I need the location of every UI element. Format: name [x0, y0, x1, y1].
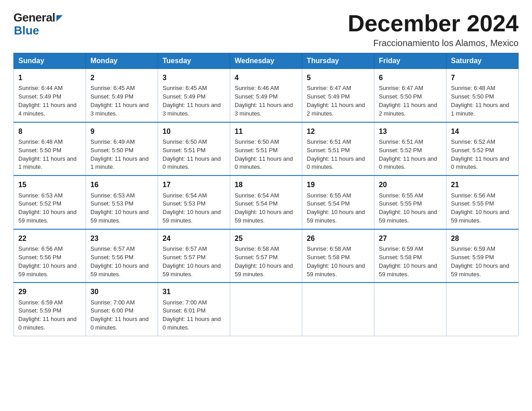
- day-number: 13: [379, 126, 442, 137]
- calendar-table: Sunday Monday Tuesday Wednesday Thursday…: [13, 53, 519, 336]
- day-number: 23: [90, 233, 153, 244]
- calendar-cell: 21Sunrise: 6:56 AMSunset: 5:55 PMDayligh…: [446, 176, 519, 229]
- calendar-cell: [302, 283, 374, 336]
- day-info: Sunrise: 6:45 AMSunset: 5:49 PMDaylight:…: [163, 85, 221, 117]
- logo: General Blue: [13, 11, 63, 38]
- calendar-cell: 6Sunrise: 6:47 AMSunset: 5:50 PMDaylight…: [374, 69, 446, 122]
- header-tuesday: Tuesday: [158, 53, 230, 69]
- header-thursday: Thursday: [302, 53, 374, 69]
- day-info: Sunrise: 6:50 AMSunset: 5:51 PMDaylight:…: [235, 138, 293, 171]
- calendar-cell: 4Sunrise: 6:46 AMSunset: 5:49 PMDaylight…: [230, 69, 302, 122]
- calendar-cell: 30Sunrise: 7:00 AMSunset: 6:00 PMDayligh…: [86, 283, 158, 336]
- day-info: Sunrise: 6:49 AMSunset: 5:50 PMDaylight:…: [90, 138, 149, 171]
- day-number: 27: [379, 233, 442, 244]
- calendar-cell: 24Sunrise: 6:57 AMSunset: 5:57 PMDayligh…: [158, 229, 230, 283]
- calendar-cell: 12Sunrise: 6:51 AMSunset: 5:51 PMDayligh…: [302, 122, 374, 176]
- calendar-cell: 23Sunrise: 6:57 AMSunset: 5:56 PMDayligh…: [86, 229, 158, 283]
- day-info: Sunrise: 6:56 AMSunset: 5:55 PMDaylight:…: [451, 192, 509, 224]
- day-number: 8: [18, 126, 81, 137]
- day-info: Sunrise: 6:48 AMSunset: 5:50 PMDaylight:…: [18, 138, 77, 171]
- calendar-cell: 20Sunrise: 6:55 AMSunset: 5:55 PMDayligh…: [374, 176, 446, 229]
- day-info: Sunrise: 6:48 AMSunset: 5:50 PMDaylight:…: [451, 85, 509, 117]
- calendar-cell: 31Sunrise: 7:00 AMSunset: 6:01 PMDayligh…: [158, 283, 230, 336]
- day-info: Sunrise: 6:46 AMSunset: 5:49 PMDaylight:…: [235, 85, 293, 117]
- day-info: Sunrise: 6:51 AMSunset: 5:52 PMDaylight:…: [379, 138, 437, 171]
- month-year-title: December 2024: [348, 11, 519, 36]
- calendar-cell: 17Sunrise: 6:54 AMSunset: 5:53 PMDayligh…: [158, 176, 230, 229]
- calendar-cell: 27Sunrise: 6:59 AMSunset: 5:58 PMDayligh…: [374, 229, 446, 283]
- day-number: 19: [307, 180, 369, 190]
- calendar-cell: 1Sunrise: 6:44 AMSunset: 5:49 PMDaylight…: [14, 69, 86, 122]
- day-number: 1: [18, 73, 81, 83]
- day-number: 20: [379, 180, 442, 190]
- calendar-header-row: Sunday Monday Tuesday Wednesday Thursday…: [14, 53, 519, 69]
- header-friday: Friday: [374, 53, 446, 69]
- day-info: Sunrise: 6:58 AMSunset: 5:58 PMDaylight:…: [307, 245, 365, 278]
- day-number: 7: [451, 73, 514, 83]
- calendar-cell: 9Sunrise: 6:49 AMSunset: 5:50 PMDaylight…: [86, 122, 158, 176]
- day-number: 3: [163, 73, 225, 83]
- day-number: 4: [235, 73, 297, 83]
- day-info: Sunrise: 6:53 AMSunset: 5:52 PMDaylight:…: [18, 192, 77, 224]
- calendar-cell: 28Sunrise: 6:59 AMSunset: 5:59 PMDayligh…: [446, 229, 519, 283]
- calendar-cell: 11Sunrise: 6:50 AMSunset: 5:51 PMDayligh…: [230, 122, 302, 176]
- calendar-cell: 22Sunrise: 6:56 AMSunset: 5:56 PMDayligh…: [14, 229, 86, 283]
- day-info: Sunrise: 6:51 AMSunset: 5:51 PMDaylight:…: [307, 138, 365, 171]
- day-info: Sunrise: 6:50 AMSunset: 5:51 PMDaylight:…: [163, 138, 221, 171]
- calendar-cell: 26Sunrise: 6:58 AMSunset: 5:58 PMDayligh…: [302, 229, 374, 283]
- calendar-cell: 3Sunrise: 6:45 AMSunset: 5:49 PMDaylight…: [158, 69, 230, 122]
- day-number: 28: [451, 233, 514, 244]
- day-number: 15: [18, 180, 81, 190]
- day-info: Sunrise: 6:56 AMSunset: 5:56 PMDaylight:…: [18, 245, 77, 278]
- day-info: Sunrise: 6:53 AMSunset: 5:53 PMDaylight:…: [90, 192, 149, 224]
- calendar-cell: 29Sunrise: 6:59 AMSunset: 5:59 PMDayligh…: [14, 283, 86, 336]
- day-number: 31: [163, 287, 225, 297]
- calendar-cell: 15Sunrise: 6:53 AMSunset: 5:52 PMDayligh…: [14, 176, 86, 229]
- calendar-cell: 13Sunrise: 6:51 AMSunset: 5:52 PMDayligh…: [374, 122, 446, 176]
- day-number: 24: [163, 233, 225, 244]
- calendar-cell: 19Sunrise: 6:55 AMSunset: 5:54 PMDayligh…: [302, 176, 374, 229]
- day-info: Sunrise: 7:00 AMSunset: 6:00 PMDaylight:…: [90, 299, 149, 331]
- header-wednesday: Wednesday: [230, 53, 302, 69]
- calendar-cell: 18Sunrise: 6:54 AMSunset: 5:54 PMDayligh…: [230, 176, 302, 229]
- day-number: 26: [307, 233, 369, 244]
- calendar-cell: 14Sunrise: 6:52 AMSunset: 5:52 PMDayligh…: [446, 122, 519, 176]
- day-number: 30: [90, 287, 153, 297]
- day-info: Sunrise: 6:59 AMSunset: 5:59 PMDaylight:…: [18, 299, 77, 331]
- day-info: Sunrise: 6:47 AMSunset: 5:49 PMDaylight:…: [307, 85, 365, 117]
- day-number: 18: [235, 180, 297, 190]
- day-number: 11: [235, 126, 297, 137]
- day-info: Sunrise: 6:55 AMSunset: 5:55 PMDaylight:…: [379, 192, 437, 224]
- day-number: 12: [307, 126, 369, 137]
- day-info: Sunrise: 6:58 AMSunset: 5:57 PMDaylight:…: [235, 245, 293, 278]
- day-number: 14: [451, 126, 514, 137]
- header-monday: Monday: [86, 53, 158, 69]
- logo-blue-text: Blue: [14, 24, 39, 38]
- location-subtitle: Fraccionamiento los Alamos, Mexico: [348, 38, 519, 48]
- day-info: Sunrise: 6:47 AMSunset: 5:50 PMDaylight:…: [379, 85, 437, 117]
- calendar-cell: 8Sunrise: 6:48 AMSunset: 5:50 PMDaylight…: [14, 122, 86, 176]
- calendar-cell: [230, 283, 302, 336]
- day-number: 9: [90, 126, 153, 137]
- calendar-cell: 25Sunrise: 6:58 AMSunset: 5:57 PMDayligh…: [230, 229, 302, 283]
- calendar-cell: [446, 283, 519, 336]
- day-info: Sunrise: 6:55 AMSunset: 5:54 PMDaylight:…: [307, 192, 365, 224]
- header-sunday: Sunday: [14, 53, 86, 69]
- day-number: 2: [90, 73, 153, 83]
- day-info: Sunrise: 6:57 AMSunset: 5:56 PMDaylight:…: [90, 245, 149, 278]
- day-info: Sunrise: 6:45 AMSunset: 5:49 PMDaylight:…: [90, 85, 149, 117]
- page-header: General Blue December 2024 Fraccionamien…: [13, 11, 519, 48]
- day-info: Sunrise: 6:44 AMSunset: 5:49 PMDaylight:…: [18, 85, 77, 117]
- day-number: 22: [18, 233, 81, 244]
- day-info: Sunrise: 6:52 AMSunset: 5:52 PMDaylight:…: [451, 138, 509, 171]
- header-saturday: Saturday: [446, 53, 519, 69]
- day-info: Sunrise: 6:54 AMSunset: 5:53 PMDaylight:…: [163, 192, 221, 224]
- day-info: Sunrise: 7:00 AMSunset: 6:01 PMDaylight:…: [163, 299, 221, 331]
- day-number: 17: [163, 180, 225, 190]
- day-number: 10: [163, 126, 225, 137]
- day-info: Sunrise: 6:54 AMSunset: 5:54 PMDaylight:…: [235, 192, 293, 224]
- day-info: Sunrise: 6:57 AMSunset: 5:57 PMDaylight:…: [163, 245, 221, 278]
- day-info: Sunrise: 6:59 AMSunset: 5:59 PMDaylight:…: [451, 245, 509, 278]
- day-number: 25: [235, 233, 297, 244]
- logo-triangle-icon: [56, 15, 63, 21]
